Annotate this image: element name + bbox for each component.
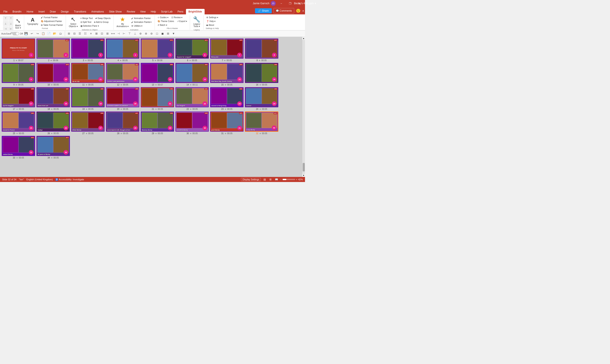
animation-painter-plus-button[interactable]: 🖌 Animation Painter+ bbox=[130, 20, 153, 24]
tab-brandin[interactable]: BrandIn bbox=[10, 9, 24, 14]
accessibility-status[interactable]: ♿ Accessibility: Investigate bbox=[55, 178, 84, 181]
select-objects-button[interactable]: ↖ Select Objects ▾ bbox=[68, 16, 79, 28]
selection-pane-button[interactable]: ▦ Selection Pane ▾ bbox=[80, 24, 100, 28]
restore-button[interactable]: ❐ bbox=[286, 0, 294, 7]
slide-thumb-4[interactable]: 1973 4 4 ★ 00:05 bbox=[106, 39, 139, 62]
slide-thumb-33[interactable]: radiant Becky 1972 33 33 ★ 00:05 bbox=[2, 136, 35, 159]
slide-thumb-34[interactable]: 40 years of Becky 1973 34 34 ★ 00:05 bbox=[36, 136, 70, 159]
align-top-center[interactable]: ⊤ bbox=[8, 16, 13, 21]
slide-thumb-5[interactable]: 1974 5 5 ★ 00:08 bbox=[141, 39, 174, 62]
toolbar-btn-13[interactable]: ⊥ bbox=[132, 31, 137, 36]
slide-thumb-10[interactable]: 1979 10 10 ★ 00:05 bbox=[36, 63, 70, 86]
emoji-button[interactable]: 🙂 bbox=[296, 9, 300, 13]
slide-thumb-27[interactable]: Oliver Becky 1996 27 27 ★ 00:05 bbox=[71, 112, 105, 135]
slide-thumb-12[interactable]: Carters Lane pantomime 1981 12 12 ★ 00:0… bbox=[106, 63, 139, 86]
toolbar-btn-12[interactable]: ⊤ bbox=[127, 31, 132, 36]
slide-thumb-23[interactable]: moved to Hong Kong 1992 23 23 ★ 00:05 bbox=[210, 87, 244, 110]
toolbar-btn-3[interactable]: ☰ bbox=[77, 31, 82, 36]
split-text-button[interactable]: ⊟ Split Text bbox=[80, 20, 92, 24]
toolbar-btn-11[interactable]: ⊢ bbox=[121, 31, 126, 36]
slide-thumb-1[interactable]: PRESS F5 TO START Becky's 40th Birthday … bbox=[2, 39, 35, 62]
toolbar-btn-8[interactable]: ⊞ bbox=[105, 31, 110, 36]
toolbar-btn-15[interactable]: ⊛ bbox=[143, 31, 149, 36]
tab-view[interactable]: View bbox=[138, 9, 148, 14]
toolbar-btn-6[interactable]: ⊠ bbox=[94, 31, 99, 36]
slide-thumb-6[interactable]: Anyone for croquet? 1975 6 6 ★ 00:05 bbox=[175, 39, 209, 62]
slide-thumb-28[interactable]: move back to UK, Dougal arrives 1997 28 … bbox=[106, 112, 139, 135]
slide-thumb-2[interactable]: 1971 2 2 ★ 00:06 bbox=[36, 39, 70, 62]
tab-help[interactable]: Help bbox=[148, 9, 159, 14]
redo-button[interactable]: ↪ bbox=[35, 31, 40, 36]
export-button[interactable]: ↗ Export ▾ bbox=[176, 19, 188, 23]
toolbar-btn-19[interactable]: ⊞ bbox=[165, 31, 171, 36]
slide-thumb-22[interactable]: 31st August 1991 22 22 ★ 00:05 bbox=[175, 87, 209, 110]
align-right[interactable]: ⊢ bbox=[8, 26, 13, 31]
slide-thumb-29[interactable]: Mummy Becky 1998 29 29 ★ 00:05 bbox=[141, 112, 174, 135]
normal-view-button[interactable]: ▤ bbox=[262, 177, 267, 182]
tab-file[interactable]: File bbox=[1, 9, 10, 14]
tab-transitions[interactable]: Transitions bbox=[71, 9, 89, 14]
format-painter-button[interactable]: 🖌 Format Painter bbox=[40, 16, 64, 19]
batch-button[interactable]: ↺ Batch ▾ bbox=[157, 23, 168, 27]
about-button[interactable]: ◆ About bbox=[205, 23, 219, 27]
tab-pens[interactable]: Pens bbox=[175, 9, 186, 14]
slide-grid[interactable]: PRESS F5 TO START Becky's 40th Birthday … bbox=[0, 37, 302, 177]
tab-scriptlab[interactable]: Script Lab bbox=[158, 9, 175, 14]
slide-thumb-9[interactable]: 1978 9 9 ★ 00:05 bbox=[2, 63, 35, 86]
toolbar-btn-4[interactable]: ☷ bbox=[83, 31, 88, 36]
tab-design[interactable]: Design bbox=[58, 9, 71, 14]
settings-button[interactable]: ⚙ Settings ▾ bbox=[205, 16, 219, 19]
slide-thumb-24[interactable]: Connor 1993 24 24 ★ 00:05 bbox=[245, 87, 278, 110]
scroll-thumb[interactable] bbox=[303, 163, 305, 171]
undo-button[interactable]: ↩ bbox=[29, 31, 34, 36]
tab-home[interactable]: Home bbox=[24, 9, 36, 14]
toolbar-btn-20[interactable]: ▼ bbox=[171, 31, 176, 36]
help-button[interactable]: ❓ Help ▾ bbox=[205, 19, 219, 23]
align-left[interactable]: ⊣ bbox=[3, 26, 8, 31]
minimize-button[interactable]: − bbox=[277, 0, 285, 7]
toolbar-btn-5[interactable]: ≡ bbox=[88, 31, 94, 36]
slide-thumb-18[interactable]: Home from uni 1987 18 18 ★ 00:05 bbox=[36, 87, 70, 110]
animation-painter-button[interactable]: 🖌 Animation Painter bbox=[130, 16, 153, 20]
display-settings[interactable]: Display Settings bbox=[241, 178, 261, 181]
tab-brightslide[interactable]: BrightSlide bbox=[186, 9, 205, 14]
table-format-painter-button[interactable]: ⊞ Table Format Painter bbox=[40, 23, 64, 27]
slide-thumb-15[interactable]: Red Nose Day, South Cemery 1984 15 15 ★ … bbox=[210, 63, 244, 86]
slide-thumb-7[interactable]: Busy year... 1976 7 7 ★ 00:05 bbox=[210, 39, 244, 62]
reading-view-button[interactable]: 📖 bbox=[274, 177, 279, 182]
slide-thumb-16[interactable]: 1985 16 16 ★ 00:05 bbox=[245, 63, 278, 86]
tab-animations[interactable]: Animations bbox=[89, 9, 106, 14]
guides-button[interactable]: ⊹ Guides ▾ bbox=[157, 16, 169, 19]
zoom-slider[interactable] bbox=[283, 179, 295, 180]
slide-thumb-8[interactable]: 1977 8 8 ★ 00:05 bbox=[245, 39, 278, 62]
align-bottom-right[interactable]: ⊥ bbox=[8, 21, 13, 26]
toolbar-btn-18[interactable]: ◼ bbox=[160, 31, 165, 36]
toolbar-btn-14[interactable]: ⊚ bbox=[138, 31, 143, 36]
align-top-left[interactable]: ⊤ bbox=[3, 16, 8, 21]
theme-colors-button[interactable]: 🎨 Theme Colors bbox=[157, 19, 175, 23]
tab-insert[interactable]: Insert bbox=[36, 9, 47, 14]
comments-button[interactable]: 💬 Comments bbox=[273, 8, 294, 13]
swap-objects-button[interactable]: ⇄ Swap Objects bbox=[94, 16, 112, 20]
slide-thumb-25[interactable]: moved to France 1994 25 25 ★ 00:05 bbox=[2, 112, 35, 135]
slide-sorter-button[interactable]: ⊞ bbox=[268, 177, 272, 182]
toolbar-btn-7[interactable]: ⊡ bbox=[99, 31, 104, 36]
my-animations-button[interactable]: ★ My Animations ▾ bbox=[115, 16, 130, 28]
slide-thumb-26[interactable]: Kaitlyn 1995 26 26 ★ 00:05 bbox=[36, 112, 70, 135]
toolbar-btn-10[interactable]: ⊣ bbox=[116, 31, 121, 36]
toolbar-btn-9[interactable]: ⟺ bbox=[110, 31, 115, 36]
adjustment-painter-button[interactable]: 🎨 Adjustment Painter bbox=[40, 19, 64, 23]
slide-thumb-32[interactable]: Crazy Becky 1971 32 32 ★ 00:05 bbox=[245, 112, 278, 135]
open-button[interactable]: 📂 bbox=[52, 31, 57, 36]
autosave-switch[interactable] bbox=[12, 32, 19, 35]
slide-thumb-19[interactable]: 1988 19 19 ★ 00:05 bbox=[71, 87, 105, 110]
tab-review[interactable]: Review bbox=[124, 9, 137, 14]
slide-thumb-17[interactable]: Up the baggies 1986 17 17 ★ 00:05 bbox=[2, 87, 35, 110]
merge-text-button[interactable]: ≡ Merge Text bbox=[80, 16, 94, 20]
scroll-down-arrow[interactable]: ▼ bbox=[302, 174, 305, 177]
share-button[interactable]: 🔗 Share bbox=[255, 8, 271, 13]
slide-thumb-3[interactable]: 1972 3 3 ★ 00:05 bbox=[71, 39, 105, 62]
review-button[interactable]: ☑ Review ▾ bbox=[170, 16, 183, 19]
slide-thumb-20[interactable]: Guinness mattes on entrance 1989 20 20 ★… bbox=[106, 87, 139, 110]
folder-button[interactable]: 🗂 bbox=[58, 31, 63, 36]
